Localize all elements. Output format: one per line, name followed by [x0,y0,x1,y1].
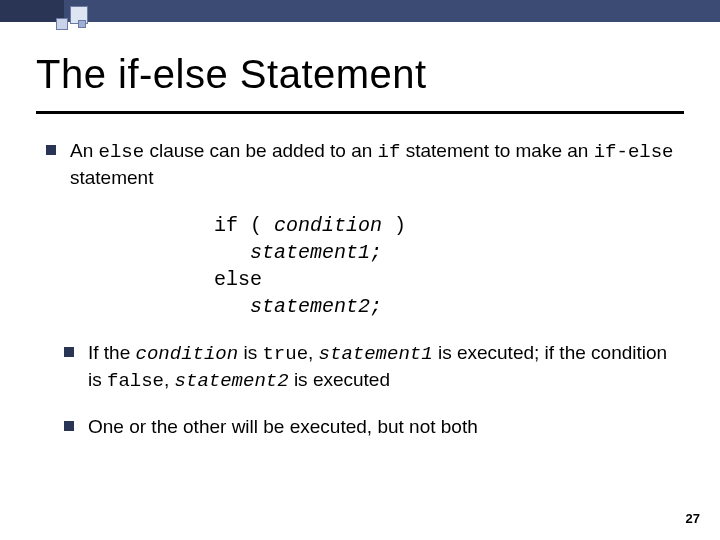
code-stmt1: statement1 [319,343,433,365]
text: is executed [289,369,390,390]
kw-if: if ( [214,214,274,237]
indent [214,295,250,318]
text: statement [70,167,153,188]
code-else: else [99,141,145,163]
text: clause can be added to an [144,140,377,161]
kw-else: else [214,268,262,291]
paren: ) [382,214,406,237]
bullet-list: An else clause can be added to an if sta… [44,138,676,190]
text: , [308,342,319,363]
header-accent [0,0,64,22]
sub-bullet-1: If the condition is true, statement1 is … [62,340,676,394]
sub-bullet-list: If the condition is true, statement1 is … [44,340,676,439]
code-stmt2: statement2 [175,370,289,392]
slide: The if-else Statement An else clause can… [0,0,720,540]
page-title: The if-else Statement [36,52,684,97]
cond: condition [274,214,382,237]
text: One or the other will be executed, but n… [88,416,478,437]
code-true: true [262,343,308,365]
sub-bullet-2: One or the other will be executed, but n… [62,414,676,439]
text: , [164,369,175,390]
code-block: if ( condition ) statement1; else statem… [214,212,676,320]
text: statement to make an [400,140,593,161]
stmt1: statement1; [250,241,382,264]
header-squares-icon [56,6,116,34]
page-number: 27 [686,511,700,526]
text: If the [88,342,136,363]
title-wrap: The if-else Statement [0,22,720,103]
code-ifelse: if-else [594,141,674,163]
indent [214,241,250,264]
code-condition: condition [136,343,239,365]
stmt2: statement2; [250,295,382,318]
text: is [238,342,262,363]
code-false: false [107,370,164,392]
text: An [70,140,99,161]
bullet-1: An else clause can be added to an if sta… [44,138,676,190]
code-if: if [378,141,401,163]
slide-body: An else clause can be added to an if sta… [0,114,720,439]
